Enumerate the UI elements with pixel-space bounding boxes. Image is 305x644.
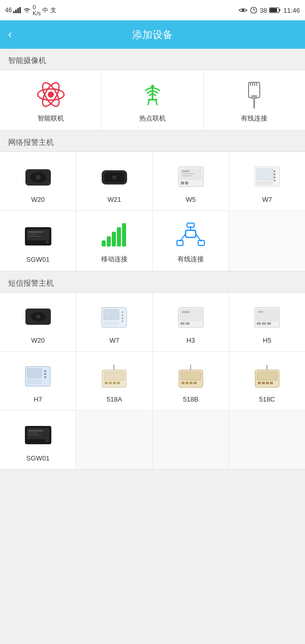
svg-point-45 (273, 179, 276, 181)
sms-h3-label: H3 (187, 336, 195, 344)
nw-empty-cell (229, 211, 305, 271)
svg-rect-57 (122, 223, 126, 247)
atom-icon (36, 79, 66, 110)
svg-rect-49 (28, 231, 43, 233)
nw-sgw01-cell[interactable]: SGW01 (0, 211, 76, 271)
wired-connect-cam-cell[interactable]: 有线连接 (204, 70, 305, 130)
svg-rect-79 (186, 322, 190, 325)
sms-alarm-row-2: H7 518A (0, 352, 305, 411)
svg-rect-85 (267, 322, 271, 325)
svg-point-73 (122, 320, 124, 322)
nw-w20-label: W20 (31, 196, 45, 203)
svg-rect-109 (258, 382, 261, 384)
nw-w7-cell[interactable]: W7 (229, 152, 305, 210)
page-title: 添加设备 (132, 28, 173, 42)
sms-518a-label: 518A (107, 395, 122, 403)
svg-rect-35 (182, 170, 190, 172)
nw-w5-label: W5 (186, 196, 196, 203)
svg-rect-84 (262, 322, 266, 325)
svg-rect-53 (102, 240, 106, 247)
svg-rect-91 (27, 379, 42, 384)
sms-h7-label: H7 (34, 395, 42, 403)
nw-mobile-cell[interactable]: 移动连接 (76, 211, 152, 271)
svg-point-72 (122, 317, 124, 319)
sms-sgw01-cell[interactable]: SGW01 (0, 411, 76, 469)
hotspot-connect-label: 热点联机 (139, 114, 166, 123)
svg-rect-51 (28, 236, 41, 237)
nw-w5-cell[interactable]: W5 (153, 152, 229, 210)
svg-point-19 (151, 85, 154, 88)
sms-w20-cell[interactable]: W20 (0, 293, 76, 351)
nw-w21-icon (99, 161, 130, 192)
network-alarm-row-1: W20 W21 (0, 152, 305, 211)
svg-point-43 (273, 173, 276, 175)
svg-rect-82 (258, 311, 263, 313)
back-button[interactable]: ‹ (8, 28, 12, 41)
sms-h7-cell[interactable]: H7 (0, 352, 76, 410)
wifi-status-icon (23, 7, 31, 13)
svg-rect-9 (270, 8, 277, 12)
svg-rect-54 (107, 236, 111, 247)
svg-rect-112 (270, 382, 273, 384)
status-bar: 46 0K/s 中 支 38 11:46 (0, 0, 305, 20)
network-topology-icon (175, 220, 206, 251)
sms-h5-cell[interactable]: H5 (229, 293, 305, 351)
svg-rect-41 (257, 169, 273, 180)
hotspot-connect-cell[interactable]: 热点联机 (102, 70, 203, 130)
nw-w20-cell[interactable]: W20 (0, 152, 76, 210)
svg-rect-50 (28, 234, 38, 235)
nw-w21-label: W21 (108, 196, 121, 203)
svg-point-42 (273, 170, 276, 172)
status-left: 46 0K/s 中 支 (5, 4, 56, 16)
sms-empty1-cell (76, 411, 152, 469)
svg-rect-102 (181, 382, 185, 384)
svg-rect-115 (28, 430, 43, 432)
sms-518c-label: 518C (259, 395, 275, 403)
network-alarm-grid: W20 W21 (0, 151, 305, 271)
svg-rect-0 (13, 11, 15, 13)
svg-point-44 (273, 176, 276, 178)
svg-rect-117 (28, 435, 41, 436)
eye-icon (238, 7, 248, 14)
nw-mobile-label: 移动连接 (101, 255, 128, 264)
sms-h5-icon (252, 302, 282, 332)
smart-connect-cell[interactable]: 智能联机 (0, 70, 102, 130)
svg-rect-104 (190, 382, 193, 384)
sms-518b-cell[interactable]: 518B (153, 352, 229, 410)
svg-rect-69 (104, 310, 119, 320)
svg-point-4 (241, 9, 244, 12)
svg-rect-38 (181, 181, 184, 185)
svg-rect-97 (113, 382, 116, 384)
svg-point-70 (122, 311, 124, 313)
svg-rect-116 (28, 433, 38, 434)
svg-line-18 (156, 100, 157, 105)
section-sms-alarm-label: 短信报警主机 (0, 271, 305, 292)
svg-rect-74 (104, 321, 119, 325)
camera-grid: 智能联机 热点联机 (0, 70, 305, 131)
nw-sgw01-icon (23, 221, 53, 252)
svg-rect-98 (117, 382, 120, 384)
sms-h3-cell[interactable]: H3 (153, 293, 229, 351)
nw-wired-cell[interactable]: 有线连接 (153, 211, 229, 271)
sms-518c-cell[interactable]: 518C (229, 352, 305, 410)
nw-w7-label: W7 (262, 196, 272, 203)
svg-line-17 (148, 100, 149, 105)
svg-rect-26 (251, 95, 257, 99)
sms-empty2-cell (153, 411, 229, 469)
sms-518a-cell[interactable]: 518A (76, 352, 152, 410)
sms-h7-icon (23, 361, 53, 391)
sms-518b-label: 518B (183, 395, 198, 403)
svg-point-29 (36, 175, 41, 180)
nw-w5-icon (175, 161, 206, 192)
svg-point-71 (122, 314, 124, 316)
svg-point-89 (44, 373, 46, 375)
svg-rect-58 (186, 230, 196, 237)
sms-w20-label: W20 (31, 336, 45, 344)
header: ‹ 添加设备 (0, 20, 305, 49)
ethernet-cam-icon (239, 79, 269, 110)
svg-point-88 (44, 370, 46, 372)
nw-w21-cell[interactable]: W21 (76, 152, 152, 210)
sms-sgw01-icon (23, 420, 53, 450)
smart-connect-label: 智能联机 (38, 114, 64, 123)
sms-w7-cell[interactable]: W7 (76, 293, 152, 351)
